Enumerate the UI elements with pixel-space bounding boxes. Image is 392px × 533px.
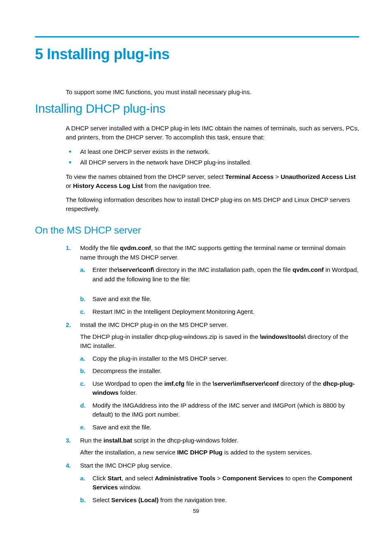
bold: qvdm.conf: [120, 244, 151, 251]
bold: Services (Local): [111, 496, 159, 503]
bold: \server\imf\server\conf: [212, 380, 279, 387]
bold: \windows\tools\: [260, 333, 306, 340]
bold: IMC DHCP Plug: [177, 449, 223, 456]
intro-text: To support some IMC functions, you must …: [66, 88, 359, 97]
text: Select: [92, 496, 111, 503]
text: Run the: [80, 437, 104, 444]
text: Enter the: [92, 266, 118, 273]
text: file in the: [184, 380, 212, 387]
bullet-item: At least one DHCP server exists in the n…: [66, 146, 359, 157]
substep: Save and exit the file.: [80, 423, 359, 432]
text: >: [274, 173, 281, 180]
text: Use Wordpad to open the: [92, 380, 164, 387]
text: Install the IMC DHCP plug-in on the MS D…: [80, 321, 228, 328]
substep: Decompress the installer.: [80, 366, 359, 376]
substep: Select Services (Local) from the navigat…: [80, 496, 359, 505]
substep: Modify the IMGAddress into the IP addres…: [80, 401, 359, 419]
text: from the navigation tree.: [159, 496, 227, 503]
section1-p2: To view the names obtained from the DHCP…: [66, 172, 359, 190]
section1-bullets: At least one DHCP server exists in the n…: [66, 146, 359, 167]
section2-body: Modify the file qvdm.conf, so that the I…: [35, 243, 359, 505]
bold: Unauthorized Access List: [281, 173, 356, 180]
bold: install.bat: [104, 437, 132, 444]
numbered-steps: Modify the file qvdm.conf, so that the I…: [66, 243, 359, 505]
step-1: Modify the file qvdm.conf, so that the I…: [66, 243, 359, 316]
step-4: Start the IMC DHCP plug service. Click S…: [66, 461, 359, 505]
text: window.: [118, 484, 142, 491]
bold: \server\conf\: [118, 266, 154, 273]
text: Click: [92, 475, 108, 482]
text: folder.: [118, 389, 137, 396]
page-content: 5 Installing plug-ins To support some IM…: [0, 0, 392, 505]
text: The DHCP plug-in installer dhcp-plug-win…: [80, 333, 260, 340]
text: to open the: [284, 475, 318, 482]
text: , and select: [122, 475, 155, 482]
intro-block: To support some IMC functions, you must …: [35, 88, 359, 97]
text: directory in the IMC installation path, …: [154, 266, 293, 273]
text: Modify the file: [80, 244, 120, 251]
text: directory of the: [279, 380, 323, 387]
text: To view the names obtained from the DHCP…: [66, 173, 225, 180]
section1-body: A DHCP server installed with a DHCP plug…: [35, 124, 359, 213]
step2-sub: The DHCP plug-in installer dhcp-plug-win…: [80, 332, 359, 351]
section1-p3: The following information describes how …: [66, 195, 359, 213]
section-installing-dhcp: Installing DHCP plug-ins: [35, 102, 359, 116]
step-2: Install the IMC DHCP plug-in on the MS D…: [66, 320, 359, 432]
text: or: [66, 182, 73, 189]
bullet-item: All DHCP servers in the network have DHC…: [66, 157, 359, 168]
subsection-ms-dhcp: On the MS DHCP server: [35, 225, 359, 236]
bold: History Access Log List: [73, 182, 143, 189]
substep: Save and exit the file.: [80, 294, 359, 304]
page-number: 59: [0, 508, 392, 514]
text: script in the dhcp-plug-windows folder.: [132, 437, 238, 444]
substep: Copy the plug-in installer to the MS DHC…: [80, 354, 359, 364]
text: >: [215, 475, 222, 482]
substep: Enter the\server\conf\ directory in the …: [80, 265, 359, 291]
step1-sub: Enter the\server\conf\ directory in the …: [80, 265, 359, 316]
step2-sublist: Copy the plug-in installer to the MS DHC…: [80, 354, 359, 432]
section1-p1: A DHCP server installed with a DHCP plug…: [66, 124, 359, 142]
chapter-title: 5 Installing plug-ins: [35, 46, 359, 63]
substep: Restart IMC in the Intelligent Deploymen…: [80, 307, 359, 317]
bold: Component Services: [222, 475, 284, 482]
substep: Use Wordpad to open the imf.cfg file in …: [80, 379, 359, 398]
bold: Terminal Access: [225, 173, 274, 180]
step4-sublist: Click Start, and select Administrative T…: [80, 474, 359, 505]
text: from the navigation tree.: [143, 182, 211, 189]
text: Start the IMC DHCP plug service.: [80, 462, 172, 469]
step-3: Run the install.bat script in the dhcp-p…: [66, 436, 359, 457]
top-rule: [35, 36, 359, 37]
bold: Administrative Tools: [155, 475, 215, 482]
step3-sub: After the installation, a new service IM…: [80, 448, 359, 457]
bold: qvdm.conf: [293, 266, 324, 273]
text: is added to the system services.: [223, 449, 312, 456]
text: After the installation, a new service: [80, 449, 177, 456]
bold: Start: [108, 475, 122, 482]
bold: imf.cfg: [164, 380, 184, 387]
substep: Click Start, and select Administrative T…: [80, 474, 359, 492]
